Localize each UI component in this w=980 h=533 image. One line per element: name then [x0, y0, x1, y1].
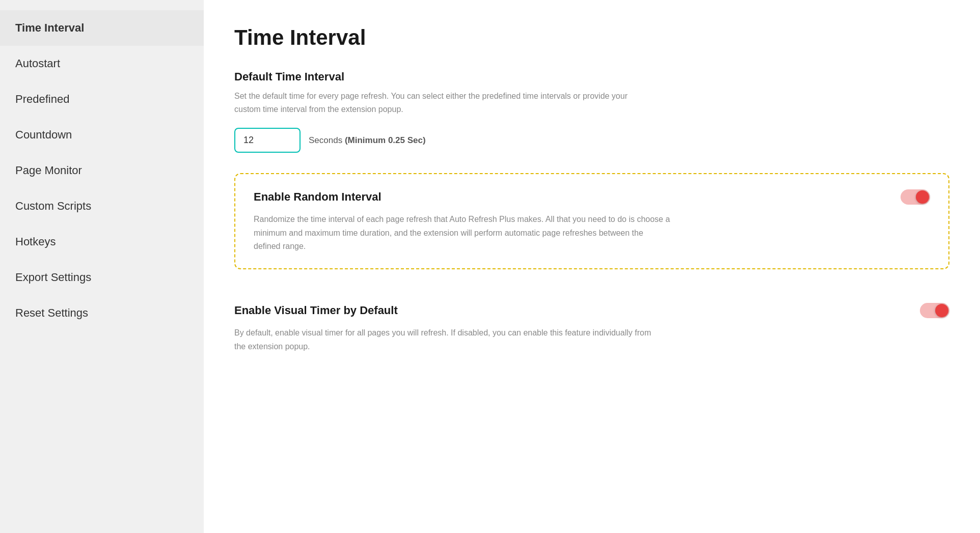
sidebar-item-label: Export Settings [15, 271, 91, 284]
sidebar-item-time-interval[interactable]: Time Interval [0, 10, 204, 46]
sidebar-item-predefined[interactable]: Predefined [0, 81, 204, 117]
random-interval-description: Randomize the time interval of each page… [254, 213, 671, 253]
interval-input[interactable] [234, 128, 301, 153]
sidebar-item-label: Reset Settings [15, 306, 88, 319]
sidebar-item-label: Predefined [15, 93, 69, 105]
sidebar-item-label: Autostart [15, 57, 60, 70]
visual-timer-card: Enable Visual Timer by Default By defaul… [234, 288, 949, 369]
visual-timer-header: Enable Visual Timer by Default [234, 303, 949, 318]
toggle-track [901, 189, 930, 205]
sidebar-item-page-monitor[interactable]: Page Monitor [0, 153, 204, 188]
toggle-thumb [935, 304, 948, 317]
toggle-thumb [916, 190, 929, 204]
sidebar-item-hotkeys[interactable]: Hotkeys [0, 224, 204, 260]
sidebar-item-label: Custom Scripts [15, 200, 91, 212]
sidebar: Time Interval Autostart Predefined Count… [0, 0, 204, 533]
sidebar-item-export-settings[interactable]: Export Settings [0, 260, 204, 295]
visual-timer-description: By default, enable visual timer for all … [234, 326, 652, 353]
interval-input-label: Seconds (Minimum 0.25 Sec) [309, 135, 426, 146]
interval-input-row: Seconds (Minimum 0.25 Sec) [234, 128, 949, 153]
default-interval-section: Default Time Interval Set the default ti… [234, 70, 949, 153]
random-interval-toggle[interactable] [901, 189, 930, 205]
visual-timer-toggle[interactable] [920, 303, 949, 318]
sidebar-item-label: Countdown [15, 128, 72, 141]
random-interval-title: Enable Random Interval [254, 190, 382, 204]
random-interval-header: Enable Random Interval [254, 189, 930, 205]
default-interval-description: Set the default time for every page refr… [234, 90, 652, 116]
sidebar-item-custom-scripts[interactable]: Custom Scripts [0, 188, 204, 224]
sidebar-item-label: Hotkeys [15, 235, 56, 248]
default-interval-title: Default Time Interval [234, 70, 949, 83]
sidebar-item-label: Page Monitor [15, 164, 82, 177]
page-title: Time Interval [234, 25, 949, 50]
main-content: Time Interval Default Time Interval Set … [204, 0, 980, 533]
sidebar-item-autostart[interactable]: Autostart [0, 46, 204, 81]
sidebar-item-countdown[interactable]: Countdown [0, 117, 204, 153]
visual-timer-title: Enable Visual Timer by Default [234, 304, 398, 317]
toggle-track [920, 303, 949, 318]
sidebar-item-label: Time Interval [15, 21, 84, 34]
random-interval-card: Enable Random Interval Randomize the tim… [234, 173, 949, 269]
sidebar-item-reset-settings[interactable]: Reset Settings [0, 295, 204, 331]
